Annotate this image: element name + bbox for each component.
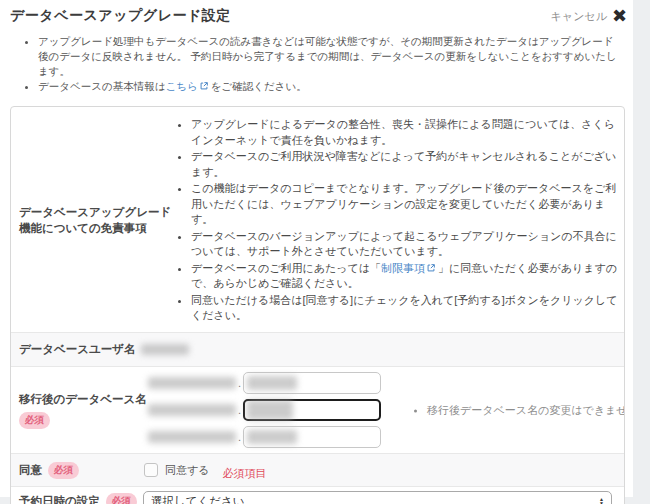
schedule-select-value: 選択してください <box>151 494 245 504</box>
disclaimer-item: この機能はデータのコピーまでとなります。アップグレード後のデータベースをご利用い… <box>191 181 618 228</box>
disclaimer-item: アップグレードによるデータの整合性、喪失・誤操作による問題については、さくらイン… <box>191 117 618 148</box>
db-name-input-wrap-2 <box>243 399 381 421</box>
intro-note-upgrade-text: アップグレード処理中もデータベースの読み書きなどは可能な状態ですが、その期間更新… <box>38 35 617 77</box>
redacted-db-name-value-1 <box>247 376 297 390</box>
panel-header: データベースアップグレード設定 キャンセル ✖ <box>0 0 633 25</box>
disclaimer-item: データベースのご利用にあたっては「制限事項」に同意いただく必要がありますので、あ… <box>191 261 618 292</box>
schedule-field: 選択してください ▲ ▼ <box>141 491 624 504</box>
db-user-value-cell <box>141 333 624 366</box>
agree-checkbox-label: 同意する <box>165 463 210 478</box>
close-icon[interactable]: ✖ <box>612 7 627 25</box>
settings-table: データベースアップグレード 機能についての免責事項 アップグレードによるデータの… <box>10 106 625 504</box>
schedule-select[interactable]: 選択してください ▲ ▼ <box>143 491 612 504</box>
db-user-label: データベースユーザ名 <box>11 333 141 366</box>
external-link-icon <box>426 263 436 273</box>
db-name-label-cell: 移行後のデータベース名 必須 <box>11 367 141 453</box>
required-badge: 必須 <box>48 462 79 479</box>
agree-label: 同意 <box>19 463 42 478</box>
redacted-db-name-prefix-3 <box>148 431 236 443</box>
required-field-warning: 必須項目 <box>223 466 267 481</box>
intro-note-basic-info-suffix: をご確認ください。 <box>211 80 307 92</box>
disclaimer-item: 同意いただける場合は[同意する]にチェックを入れて[予約する]ボタンをクリックし… <box>191 293 618 324</box>
db-name-group-1: . <box>148 372 624 394</box>
select-arrows-icon: ▲ ▼ <box>599 497 604 504</box>
redacted-db-user-value <box>141 344 189 355</box>
schedule-label: 予約日時の設定 <box>19 494 100 504</box>
db-name-label: 移行後のデータベース名 <box>19 392 141 407</box>
page-title: データベースアップグレード設定 <box>10 7 231 25</box>
db-name-separator: . <box>238 431 241 443</box>
intro-note-basic-info: データベースの基本情報はこちらをご確認ください。 <box>38 79 619 94</box>
schedule-row: 予約日時の設定 必須 選択してください ▲ ▼ <box>11 486 624 504</box>
db-name-input-wrap-1 <box>243 372 381 394</box>
disclaimer-list: アップグレードによるデータの整合性、喪失・誤操作による問題については、さくらイン… <box>141 117 624 324</box>
disclaimer-item: データベースのご利用状況や障害などによって予約がキャンセルされることがございます… <box>191 149 618 180</box>
external-link-icon <box>199 81 209 91</box>
required-badge: 必須 <box>19 412 50 429</box>
agree-checkbox[interactable] <box>144 463 158 477</box>
disclaimer-label: データベースアップグレード 機能についての免責事項 <box>11 107 141 332</box>
intro-note-basic-info-prefix: データベースの基本情報は <box>38 80 165 92</box>
cancel-link[interactable]: キャンセル <box>551 9 607 24</box>
schedule-label-cell: 予約日時の設定 必須 <box>11 493 141 504</box>
db-name-group-3: . <box>148 426 624 448</box>
db-user-row: データベースユーザ名 <box>11 332 624 366</box>
db-name-separator: . <box>238 404 241 416</box>
disclaimer-content: アップグレードによるデータの整合性、喪失・誤操作による問題については、さくらイン… <box>141 107 624 332</box>
redacted-db-name-prefix-1 <box>148 377 236 389</box>
disclaimer-row: データベースアップグレード 機能についての免責事項 アップグレードによるデータの… <box>11 107 624 332</box>
restrictions-link[interactable]: 制限事項 <box>381 262 425 274</box>
db-name-note: 移行後データベース名の変更はできません <box>427 403 625 418</box>
header-actions: キャンセル ✖ <box>551 7 627 25</box>
redacted-db-name-prefix-2 <box>148 404 236 416</box>
basic-info-link[interactable]: こちら <box>165 80 197 92</box>
db-name-separator: . <box>238 377 241 389</box>
agree-field: 同意する 必須項目 <box>141 463 624 478</box>
redacted-db-name-value-3 <box>247 430 297 444</box>
disclaimer-label-line2: 機能についての免責事項 <box>19 222 147 234</box>
db-name-input-wrap-3 <box>243 426 381 448</box>
db-name-fields: . . <box>141 367 624 453</box>
redacted-db-name-value-2 <box>247 400 293 420</box>
agree-row: 同意 必須 同意する 必須項目 <box>11 453 624 486</box>
restrictions-prefix: データベースのご利用にあたっては「 <box>191 262 381 274</box>
intro-note-upgrade: アップグレード処理中もデータベースの読み書きなどは可能な状態ですが、その期間更新… <box>38 34 619 79</box>
disclaimer-item: データベースのバージョンアップによって起こるウェブアプリケーションの不具合につい… <box>191 229 618 260</box>
db-name-note-list: 移行後データベース名の変更はできません <box>413 403 625 418</box>
required-badge: 必須 <box>106 493 137 504</box>
upgrade-settings-panel: データベースアップグレード設定 キャンセル ✖ アップグレード処理中もデータベー… <box>0 0 633 497</box>
intro-notes: アップグレード処理中もデータベースの読み書きなどは可能な状態ですが、その期間更新… <box>0 34 633 94</box>
agree-label-cell: 同意 必須 <box>11 462 141 479</box>
db-name-row: 移行後のデータベース名 必須 . . <box>11 366 624 453</box>
